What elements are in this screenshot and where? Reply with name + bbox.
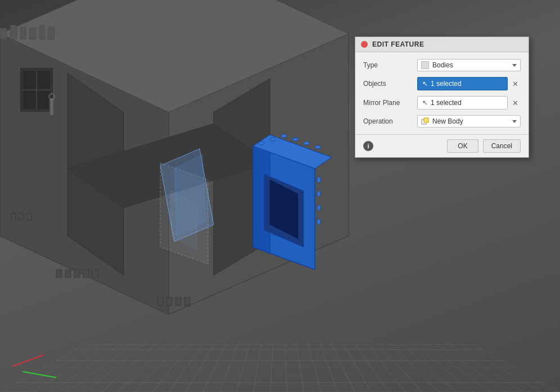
- type-label: Type: [363, 61, 413, 69]
- svg-rect-26: [83, 270, 89, 277]
- svg-rect-27: [92, 270, 98, 277]
- svg-rect-21: [19, 213, 24, 220]
- mirror-plane-label: Mirror Plane: [363, 99, 413, 107]
- edit-feature-dialog: EDIT FEATURE Type Bodies Objects: [355, 37, 529, 158]
- svg-rect-12: [48, 27, 55, 39]
- cancel-button[interactable]: Cancel: [483, 139, 521, 153]
- svg-point-43: [270, 138, 276, 141]
- 3d-viewport[interactable]: EDIT FEATURE Type Bodies Objects: [0, 0, 560, 392]
- axis-x: [12, 354, 44, 367]
- svg-point-48: [317, 177, 320, 183]
- dialog-footer: i OK Cancel: [355, 134, 529, 157]
- svg-rect-24: [65, 270, 71, 277]
- operation-value: New Body: [432, 117, 509, 125]
- svg-rect-10: [29, 28, 36, 39]
- svg-point-51: [317, 219, 320, 225]
- dialog-titlebar: EDIT FEATURE: [355, 37, 529, 52]
- svg-rect-8: [10, 25, 17, 39]
- mirror-plane-control: ↖ 1 selected ✕: [417, 96, 521, 110]
- svg-point-42: [259, 142, 264, 145]
- objects-clear-button[interactable]: ✕: [510, 79, 521, 89]
- svg-rect-23: [56, 270, 62, 277]
- svg-point-44: [281, 134, 287, 138]
- operation-row: Operation New Body: [363, 115, 521, 127]
- svg-rect-25: [74, 270, 80, 277]
- svg-rect-29: [166, 298, 172, 306]
- objects-selected-button[interactable]: ↖ 1 selected: [417, 77, 508, 90]
- svg-point-45: [292, 138, 298, 141]
- footer-buttons: OK Cancel: [447, 139, 521, 153]
- type-row: Type Bodies: [363, 59, 521, 71]
- operation-dropdown-arrow: [512, 120, 517, 123]
- dialog-title: EDIT FEATURE: [372, 40, 424, 48]
- svg-rect-11: [39, 25, 45, 39]
- new-body-icon: [421, 117, 429, 125]
- objects-row: Objects ↖ 1 selected ✕: [363, 77, 521, 90]
- bodies-icon: [421, 61, 429, 69]
- type-select[interactable]: Bodies: [417, 59, 521, 71]
- type-value: Bodies: [432, 61, 509, 69]
- dialog-close-icon[interactable]: [361, 41, 368, 48]
- svg-rect-28: [157, 298, 163, 306]
- mirror-plane-value: 1 selected: [431, 99, 462, 107]
- info-button[interactable]: i: [363, 141, 373, 151]
- svg-rect-20: [11, 213, 16, 220]
- operation-label: Operation: [363, 117, 413, 125]
- svg-rect-7: [0, 28, 7, 39]
- mirror-plane-clear-button[interactable]: ✕: [510, 98, 521, 108]
- svg-point-50: [317, 205, 320, 211]
- operation-control: New Body: [417, 115, 521, 127]
- objects-control: ↖ 1 selected ✕: [417, 77, 521, 90]
- svg-rect-30: [175, 298, 181, 306]
- svg-point-49: [317, 191, 320, 197]
- operation-select[interactable]: New Body: [417, 115, 521, 127]
- objects-value: 1 selected: [431, 80, 462, 88]
- svg-rect-55: [424, 118, 428, 122]
- mirror-plane-row: Mirror Plane ↖ 1 selected ✕: [363, 96, 521, 110]
- scene-svg: [0, 0, 360, 348]
- svg-point-46: [304, 142, 309, 145]
- svg-rect-9: [20, 27, 26, 39]
- mirror-plane-selected-button[interactable]: ↖ 1 selected: [417, 96, 508, 110]
- mirror-cursor-icon: ↖: [422, 99, 428, 107]
- svg-rect-22: [27, 213, 31, 220]
- svg-rect-31: [184, 298, 190, 306]
- objects-label: Objects: [363, 80, 413, 88]
- type-control: Bodies: [417, 59, 521, 71]
- ok-button[interactable]: OK: [447, 139, 478, 153]
- svg-point-47: [315, 145, 320, 149]
- grid-floor: [0, 343, 560, 392]
- type-dropdown-arrow: [512, 64, 517, 67]
- dialog-body: Type Bodies Objects ↖ 1 selected: [355, 52, 529, 134]
- objects-cursor-icon: ↖: [422, 80, 428, 88]
